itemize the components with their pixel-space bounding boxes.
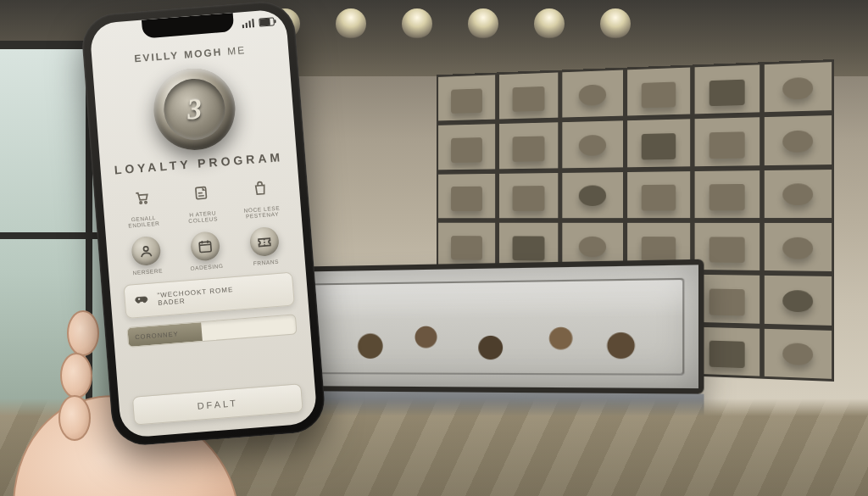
tier-number: 3: [186, 92, 203, 125]
svg-point-4: [145, 201, 147, 203]
ticket-icon: [249, 226, 281, 258]
tile-label: H ATERU COLLEUS: [177, 209, 229, 226]
calendar-icon: [190, 231, 221, 262]
progress-bar[interactable]: CORONNEY: [126, 315, 297, 348]
feature-tile[interactable]: H ATERU COLLEUS: [175, 176, 229, 225]
svg-point-2: [59, 396, 90, 440]
phone-screen[interactable]: EVILLY MOGH ME 3 LOYALTY PROGRAM: [89, 8, 318, 438]
feature-tile[interactable]: FRNANS: [238, 226, 292, 268]
banner-text: "WECHOOKT ROMEBADER: [157, 286, 234, 308]
feature-row-2: NERSERE OADESING FRNANS: [120, 226, 292, 277]
tile-label: FRNANS: [253, 259, 279, 267]
person-icon: [131, 236, 162, 267]
tile-label: OADESING: [190, 263, 224, 272]
brand-word: ME: [227, 44, 247, 58]
primary-button[interactable]: DFALT: [132, 383, 303, 426]
battery-icon: [259, 17, 275, 26]
svg-point-0: [68, 311, 98, 355]
svg-point-3: [140, 202, 142, 204]
brand-word: EVILLY: [134, 49, 180, 64]
tile-label: NERSERE: [132, 267, 163, 276]
feature-tile[interactable]: NOCE LESE PESTENAY: [234, 172, 288, 220]
smartphone: EVILLY MOGH ME 3 LOYALTY PROGRAM: [80, 0, 326, 448]
note-icon: [186, 177, 217, 209]
tile-label: GENALL ENDILEER: [118, 214, 170, 231]
promo-banner[interactable]: "WECHOOKT ROMEBADER: [123, 272, 295, 320]
svg-point-1: [61, 354, 92, 398]
bag-icon: [245, 173, 276, 204]
svg-rect-7: [199, 242, 211, 253]
feature-tile[interactable]: NERSERE: [120, 235, 173, 277]
track-lights: [203, 15, 817, 24]
brand-name: EVILLY MOGH ME: [105, 42, 275, 67]
loyalty-app: EVILLY MOGH ME 3 LOYALTY PROGRAM: [91, 34, 317, 438]
phone-frame: EVILLY MOGH ME 3 LOYALTY PROGRAM: [80, 0, 326, 448]
feature-tile[interactable]: OADESING: [179, 230, 232, 272]
tile-label: NOCE LESE PESTENAY: [236, 204, 288, 221]
signal-icon: [242, 19, 254, 28]
primary-button-label: DFALT: [197, 398, 238, 411]
svg-point-8: [143, 298, 145, 300]
brand-word: MOGH: [184, 46, 223, 61]
loyalty-tier-medal[interactable]: 3: [151, 65, 238, 153]
svg-point-9: [145, 299, 147, 301]
feature-row-1: GENALL ENDILEER H ATERU COLLEUS NOCE LES…: [115, 172, 288, 230]
feature-tile[interactable]: GENALL ENDILEER: [115, 181, 170, 230]
cart-icon: [126, 182, 158, 214]
svg-point-6: [143, 247, 148, 252]
controller-icon: [133, 291, 150, 310]
